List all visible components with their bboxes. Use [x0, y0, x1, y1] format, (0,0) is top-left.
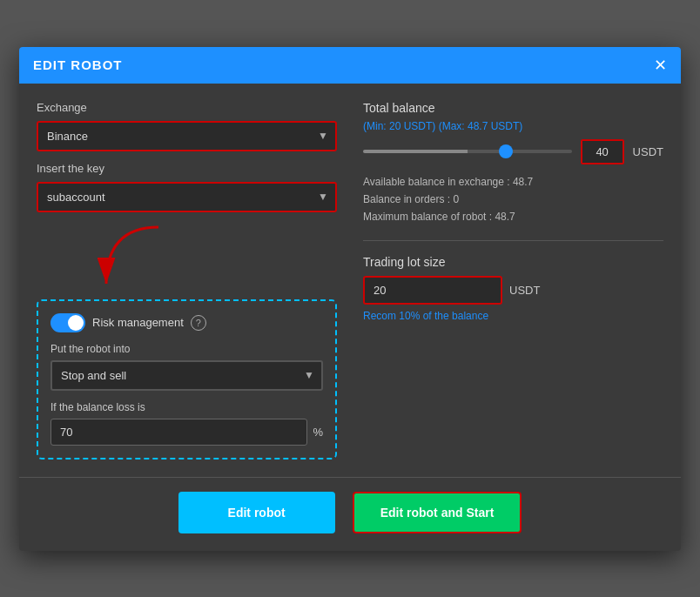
stop-sell-select[interactable]: Stop and sell Pause Stop: [50, 360, 323, 391]
edit-robot-dialog: EDIT ROBOT ✕ Exchange Binance Kraken Coi…: [19, 47, 681, 551]
arrow-container: [37, 223, 337, 292]
exchange-label: Exchange: [37, 101, 337, 114]
slider-row: USDT: [363, 139, 663, 164]
down-arrow-icon: [89, 223, 193, 292]
subaccount-select[interactable]: subaccount main: [37, 182, 337, 212]
risk-toggle[interactable]: [50, 313, 85, 332]
risk-management-box: Risk management ? Put the robot into Sto…: [37, 299, 337, 459]
risk-header: Risk management ?: [50, 313, 323, 332]
help-icon[interactable]: ?: [191, 315, 206, 331]
exchange-select-wrapper: Binance Kraken Coinbase ▼: [37, 121, 337, 151]
balance-range-hint: (Min: 20 USDT) (Max: 48.7 USDT): [363, 120, 663, 132]
balance-info: Available balance in exchange : 48.7 Bal…: [363, 173, 663, 226]
slider-value-input[interactable]: [581, 139, 624, 164]
dialog-body: Exchange Binance Kraken Coinbase ▼ Inser…: [19, 84, 681, 477]
separator: [363, 240, 663, 241]
edit-robot-button[interactable]: Edit robot: [178, 492, 335, 533]
balance-loss-row: %: [50, 419, 323, 446]
balance-loss-label: If the balance loss is: [50, 401, 323, 413]
dialog-header: EDIT ROBOT ✕: [19, 47, 681, 84]
trading-lot-input[interactable]: [363, 276, 502, 305]
trading-input-row: USDT: [363, 276, 663, 305]
left-panel: Exchange Binance Kraken Coinbase ▼ Inser…: [37, 101, 337, 459]
risk-label: Risk management: [92, 316, 184, 329]
subaccount-select-wrapper: subaccount main ▼: [37, 182, 337, 212]
stop-sell-wrapper: Stop and sell Pause Stop ▼: [50, 360, 323, 391]
put-robot-label: Put the robot into: [50, 343, 323, 355]
max-balance-text: Maximum balance of robot : 48.7: [363, 208, 663, 225]
edit-robot-start-button[interactable]: Edit robot and Start: [353, 492, 522, 533]
slider-usdt-label: USDT: [633, 145, 663, 158]
total-balance-title: Total balance: [363, 101, 663, 115]
dialog-footer: Edit robot Edit robot and Start: [19, 477, 681, 551]
balance-loss-suffix: %: [313, 426, 323, 439]
balance-orders-text: Balance in orders : 0: [363, 191, 663, 208]
available-balance-text: Available balance in exchange : 48.7: [363, 173, 663, 191]
right-panel: Total balance (Min: 20 USDT) (Max: 48.7 …: [363, 101, 663, 459]
dialog-title: EDIT ROBOT: [33, 57, 123, 72]
key-label: Insert the key: [37, 162, 337, 175]
toggle-circle: [68, 315, 84, 331]
exchange-select[interactable]: Binance Kraken Coinbase: [37, 121, 337, 151]
balance-loss-input[interactable]: [50, 419, 307, 446]
close-button[interactable]: ✕: [654, 57, 667, 73]
recom-text: Recom 10% of the balance: [363, 310, 663, 322]
trading-lot-title: Trading lot size: [363, 255, 663, 269]
trading-section: Trading lot size USDT Recom 10% of the b…: [363, 255, 663, 322]
trading-lot-usdt: USDT: [509, 284, 540, 297]
balance-slider[interactable]: [363, 150, 572, 153]
